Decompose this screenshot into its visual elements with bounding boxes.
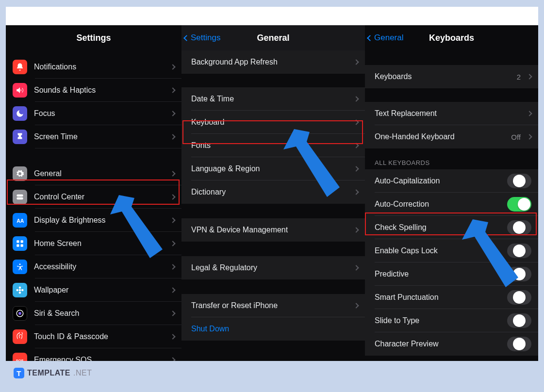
settings-row-screen-time[interactable]: Screen Time: [6, 125, 181, 148]
chevron-right-icon: [527, 74, 532, 79]
svg-rect-1: [16, 197, 23, 200]
chevron-right-icon: [353, 303, 359, 308]
svg-rect-4: [21, 240, 23, 243]
settings-row-accessibility[interactable]: Accessibility: [6, 255, 181, 278]
hourglass-icon: [13, 130, 27, 144]
row-label: Dictionary: [191, 188, 350, 196]
general-group-3: VPN & Device Management: [181, 218, 365, 242]
row-label: Date & Time: [191, 95, 350, 103]
separator: [35, 148, 181, 148]
all-keyboards-header: ALL KEYBOARDS: [365, 148, 538, 169]
settings-row-sounds-haptics[interactable]: Sounds & Haptics: [6, 79, 181, 102]
row-date-time[interactable]: Date & Time: [181, 87, 365, 111]
chevron-right-icon: [170, 171, 175, 176]
chevron-right-icon: [170, 241, 175, 246]
settings-panel: Settings NotificationsSounds & HapticsFo…: [6, 25, 181, 361]
row-label: VPN & Device Management: [191, 226, 350, 234]
toggle-switch[interactable]: [507, 313, 531, 328]
toggle-label: Auto-Correction: [375, 200, 507, 209]
toggle-knob: [513, 245, 526, 257]
row-dictionary[interactable]: Dictionary: [181, 180, 365, 204]
settings-row-emergency-sos[interactable]: SOSEmergency SOS: [6, 348, 181, 361]
toggle-label: Smart Punctuation: [375, 293, 507, 302]
settings-row-focus[interactable]: Focus: [6, 102, 181, 125]
svg-point-9: [19, 287, 21, 289]
row-label: Wallpaper: [34, 286, 167, 294]
back-to-settings[interactable]: Settings: [184, 33, 220, 43]
toggle-switch[interactable]: [507, 267, 531, 281]
switches-icon: [13, 190, 27, 204]
toggle-row-enable-caps-lock: Enable Caps Lock: [365, 239, 538, 262]
toggle-switch[interactable]: [507, 220, 531, 235]
toggle-switch[interactable]: [507, 197, 531, 212]
row-label: Control Center: [34, 193, 167, 201]
toggle-knob: [513, 291, 526, 304]
row-keyboard[interactable]: Keyboard: [181, 111, 365, 134]
toggle-knob: [513, 175, 526, 187]
row-detail: 2: [517, 73, 521, 81]
chevron-right-icon: [170, 310, 175, 316]
svg-rect-0: [16, 195, 23, 197]
chevron-right-icon: [353, 59, 359, 65]
settings-title: Settings: [76, 33, 111, 43]
general-panel: Settings General Background App Refresh …: [181, 25, 365, 361]
row-label: Shut Down: [191, 325, 358, 333]
toggle-row-slide-to-type: Slide to Type: [365, 309, 538, 332]
settings-row-siri-search[interactable]: Siri & Search: [6, 302, 181, 325]
chevron-right-icon: [170, 87, 175, 93]
toggle-row-auto-capitalization: Auto-Capitalization: [365, 169, 538, 193]
settings-row-touch-id-passcode[interactable]: Touch ID & Passcode: [6, 325, 181, 348]
toggle-switch[interactable]: [507, 337, 531, 351]
chevron-right-icon: [170, 357, 175, 361]
row-language-region[interactable]: Language & Region: [181, 157, 365, 180]
back-to-general[interactable]: General: [368, 33, 403, 43]
chevron-right-icon: [353, 265, 359, 270]
toggle-row-smart-punctuation: Smart Punctuation: [365, 286, 538, 309]
row-vpn-device-management[interactable]: VPN & Device Management: [181, 218, 365, 242]
row-keyboards[interactable]: Keyboards2: [365, 65, 538, 88]
row-label: General: [34, 169, 167, 178]
toggle-knob: [513, 268, 526, 280]
toggle-knob: [513, 221, 526, 234]
grid-icon: [13, 236, 27, 251]
chevron-right-icon: [527, 134, 532, 139]
toggle-label: Slide to Type: [375, 316, 507, 325]
chevron-left-icon: [183, 35, 190, 41]
toggle-switch[interactable]: [507, 290, 531, 305]
toggle-label: Character Preview: [375, 340, 507, 348]
chevron-right-icon: [527, 111, 532, 116]
panel-title: Settings: [6, 25, 181, 50]
row-text-replacement[interactable]: Text Replacement: [365, 102, 538, 125]
toggle-switch[interactable]: [507, 244, 531, 258]
settings-row-control-center[interactable]: Control Center: [6, 185, 181, 209]
row-one-handed-keyboard[interactable]: One-Handed KeyboardOff: [365, 125, 538, 148]
settings-row-general[interactable]: General: [6, 162, 181, 185]
toggle-switch[interactable]: [507, 174, 531, 188]
row-label: Text Replacement: [375, 109, 524, 118]
watermark: T TEMPLATE.NET: [14, 368, 92, 378]
toggle-row-predictive: Predictive: [365, 262, 538, 286]
row-shut-down[interactable]: Shut Down: [181, 317, 365, 341]
row-background-app-refresh[interactable]: Background App Refresh: [181, 50, 365, 74]
chevron-right-icon: [170, 217, 175, 223]
row-transfer-or-reset-iphone[interactable]: Transfer or Reset iPhone: [181, 294, 365, 317]
chevron-right-icon: [170, 111, 175, 116]
chevron-right-icon: [170, 64, 175, 69]
chevron-right-icon: [170, 194, 175, 199]
row-fonts[interactable]: Fonts: [181, 134, 365, 157]
svg-rect-6: [21, 245, 23, 247]
row-legal-regulatory[interactable]: Legal & Regulatory: [181, 256, 365, 279]
watermark-brand: TEMPLATE: [27, 369, 70, 377]
row-label: Focus: [34, 109, 167, 118]
gear-icon: [13, 166, 27, 181]
settings-row-home-screen[interactable]: Home Screen: [6, 232, 181, 255]
settings-row-notifications[interactable]: Notifications: [6, 55, 181, 79]
toggle-knob: [513, 314, 526, 327]
row-label: Fonts: [191, 141, 350, 150]
sos-icon: SOS: [13, 353, 27, 361]
settings-row-wallpaper[interactable]: Wallpaper: [6, 278, 181, 302]
svg-text:AA: AA: [16, 218, 24, 224]
settings-row-display-brightness[interactable]: AADisplay & Brightness: [6, 209, 181, 232]
row-label: Keyboard: [191, 118, 350, 127]
row-label: Siri & Search: [34, 309, 167, 318]
